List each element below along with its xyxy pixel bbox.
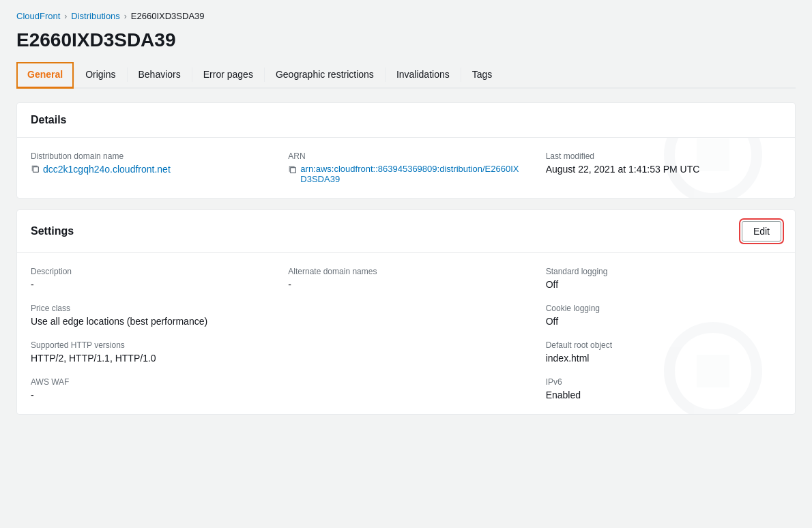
tab-invalidations[interactable]: Invalidations (386, 62, 461, 89)
supported-http-label: Supported HTTP versions (31, 340, 266, 350)
details-card: Details Distribution domain name (16, 102, 796, 199)
field-price-class: Price class Use all edge locations (best… (31, 304, 266, 327)
breadcrumb-cloudfront[interactable]: CloudFront (16, 11, 60, 21)
field-standard-logging: Standard logging Off (546, 267, 781, 290)
breadcrumb-sep-2: › (124, 12, 127, 21)
settings-fields: Description - Alternate domain names - S… (31, 267, 781, 400)
details-title: Details (31, 114, 66, 126)
settings-card-body: Description - Alternate domain names - S… (17, 253, 795, 414)
field-alternate-domains: Alternate domain names - (288, 267, 523, 290)
standard-logging-label: Standard logging (546, 267, 781, 276)
arn-value: arn:aws:cloudfront::863945369809:distrib… (288, 164, 523, 184)
price-class-value: Use all edge locations (best performance… (31, 316, 266, 327)
page-title: E2660IXD3SDA39 (16, 29, 796, 51)
distribution-domain-value: dcc2k1cgqh24o.cloudfront.net (31, 164, 266, 175)
tab-geographic-restrictions[interactable]: Geographic restrictions (265, 62, 385, 89)
copy-domain-icon[interactable] (31, 164, 40, 174)
field-arn: ARN arn:aws:cloudfront::863945369809:dis… (288, 151, 523, 184)
standard-logging-value: Off (546, 279, 781, 290)
breadcrumb: CloudFront › Distributions › E2660IXD3SD… (16, 11, 796, 21)
default-root-object-value: index.html (546, 353, 781, 364)
description-value: - (31, 279, 266, 290)
details-fields: Distribution domain name dcc2k1cgqh24o.c… (31, 151, 781, 184)
alternate-domains-label: Alternate domain names (288, 267, 523, 276)
field-cookie-logging-right: Cookie logging Off (546, 304, 781, 327)
cookie-logging-label: Cookie logging (546, 304, 781, 313)
details-card-header: Details (17, 103, 795, 138)
last-modified-label: Last modified (546, 151, 781, 161)
arn-label: ARN (288, 151, 523, 161)
last-modified-value: August 22, 2021 at 1:41:53 PM UTC (546, 164, 781, 175)
tab-behaviors[interactable]: Behaviors (128, 62, 192, 89)
tab-tags[interactable]: Tags (461, 62, 504, 89)
description-label: Description (31, 267, 266, 276)
field-default-root-object: Default root object index.html (546, 340, 781, 364)
field-supported-http: Supported HTTP versions HTTP/2, HTTP/1.1… (31, 340, 266, 364)
field-description: Description - (31, 267, 266, 290)
ipv6-label: IPv6 (546, 377, 781, 387)
default-root-object-label: Default root object (546, 340, 781, 350)
aws-waf-value: - (31, 390, 266, 400)
distribution-domain-label: Distribution domain name (31, 151, 266, 161)
settings-card: Settings Edit Description - Alternate do… (16, 209, 796, 415)
settings-title: Settings (31, 225, 74, 237)
breadcrumb-current: E2660IXD3SDA39 (131, 11, 205, 21)
tab-general[interactable]: General (16, 62, 74, 89)
details-card-body: Distribution domain name dcc2k1cgqh24o.c… (17, 138, 795, 198)
field-empty-mid-2 (288, 377, 523, 400)
svg-rect-0 (33, 167, 39, 173)
tab-origins[interactable]: Origins (74, 62, 126, 89)
svg-rect-1 (291, 168, 296, 173)
cookie-logging-value: Off (546, 316, 781, 327)
field-empty-mid (288, 340, 523, 364)
ipv6-value: Enabled (546, 390, 781, 400)
tab-bar: General Origins Behaviors Error pages Ge… (16, 62, 796, 89)
field-distribution-domain: Distribution domain name dcc2k1cgqh24o.c… (31, 151, 266, 184)
breadcrumb-sep-1: › (64, 12, 67, 21)
aws-waf-label: AWS WAF (31, 377, 266, 387)
price-class-label: Price class (31, 304, 266, 313)
field-ipv6: IPv6 Enabled (546, 377, 781, 400)
distribution-domain-link[interactable]: dcc2k1cgqh24o.cloudfront.net (31, 164, 266, 175)
field-last-modified: Last modified August 22, 2021 at 1:41:53… (546, 151, 781, 184)
field-aws-waf: AWS WAF - (31, 377, 266, 400)
copy-arn-icon[interactable] (288, 165, 298, 175)
field-cookie-logging (288, 304, 523, 327)
alternate-domains-value: - (288, 279, 523, 290)
tab-error-pages[interactable]: Error pages (192, 62, 264, 89)
edit-button[interactable]: Edit (742, 221, 781, 241)
supported-http-value: HTTP/2, HTTP/1.1, HTTP/1.0 (31, 353, 266, 364)
breadcrumb-distributions[interactable]: Distributions (71, 11, 120, 21)
settings-card-header: Settings Edit (17, 210, 795, 253)
